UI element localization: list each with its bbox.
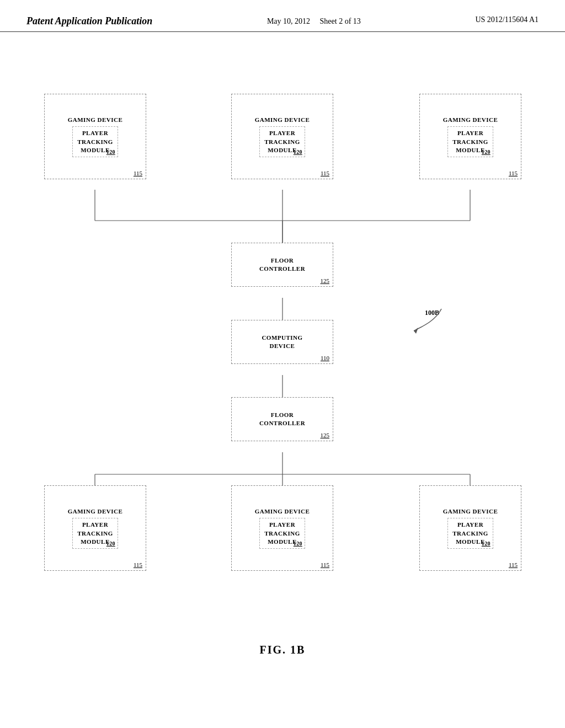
gaming-device-top-left: GAMING DEVICE PLAYERTRACKINGMODULE 120 1… bbox=[44, 94, 146, 179]
gd-top-right-number: 115 bbox=[509, 170, 518, 176]
gaming-device-bottom-center: GAMING DEVICE PLAYERTRACKINGMODULE 120 1… bbox=[231, 485, 333, 571]
fc-top-number: 125 bbox=[321, 277, 330, 284]
ptm-bottom-right: PLAYERTRACKINGMODULE 120 bbox=[447, 518, 493, 549]
ptm-bottom-center-number: 120 bbox=[294, 540, 302, 547]
ptm-top-right-number: 120 bbox=[482, 148, 491, 156]
patent-number: US 2012/115604 A1 bbox=[475, 15, 539, 24]
ptm-top-left: PLAYERTRACKINGMODULE 120 bbox=[72, 126, 118, 157]
ptm-bottom-left: PLAYERTRACKINGMODULE 120 bbox=[72, 518, 118, 549]
ptm-bottom-left-number: 120 bbox=[106, 540, 115, 547]
header-center: May 10, 2012 Sheet 2 of 13 bbox=[267, 15, 361, 27]
ptm-top-center: PLAYERTRACKINGMODULE 120 bbox=[259, 126, 305, 157]
diagram-area: GAMING DEVICE PLAYERTRACKINGMODULE 120 1… bbox=[33, 88, 532, 673]
ptm-top-right: PLAYERTRACKINGMODULE 120 bbox=[447, 126, 493, 157]
computing-device: COMPUTINGDEVICE 110 bbox=[231, 320, 333, 364]
ptm-bottom-right-number: 120 bbox=[482, 540, 491, 547]
gd-bottom-right-number: 115 bbox=[509, 561, 518, 568]
gd-top-center-label: GAMING DEVICE bbox=[255, 116, 310, 124]
ptm-bottom-center: PLAYERTRACKINGMODULE 120 bbox=[259, 518, 305, 549]
system-arrow bbox=[408, 303, 452, 336]
svg-marker-14 bbox=[414, 328, 418, 334]
gaming-device-top-center: GAMING DEVICE PLAYERTRACKINGMODULE 120 1… bbox=[231, 94, 333, 179]
gaming-device-top-right: GAMING DEVICE PLAYERTRACKINGMODULE 120 1… bbox=[419, 94, 521, 179]
floor-controller-top: FLOORCONTROLLER 125 bbox=[231, 243, 333, 287]
gaming-device-bottom-right: GAMING DEVICE PLAYERTRACKINGMODULE 120 1… bbox=[419, 485, 521, 571]
ptm-top-left-number: 120 bbox=[106, 148, 115, 156]
gd-top-left-label: GAMING DEVICE bbox=[68, 116, 123, 124]
gd-bottom-center-label: GAMING DEVICE bbox=[255, 507, 310, 516]
gaming-device-bottom-left: GAMING DEVICE PLAYERTRACKINGMODULE 120 1… bbox=[44, 485, 146, 571]
floor-controller-bottom: FLOORCONTROLLER 125 bbox=[231, 397, 333, 441]
gd-bottom-right-label: GAMING DEVICE bbox=[443, 507, 498, 516]
ptm-top-center-number: 120 bbox=[294, 148, 302, 156]
cd-number: 110 bbox=[321, 355, 329, 361]
publication-title: Patent Application Publication bbox=[26, 15, 152, 27]
fc-bottom-number: 125 bbox=[321, 432, 330, 438]
date-sheet: May 10, 2012 Sheet 2 of 13 bbox=[267, 17, 361, 25]
gd-top-center-number: 115 bbox=[321, 170, 329, 176]
gd-top-right-label: GAMING DEVICE bbox=[443, 116, 498, 124]
page-header: Patent Application Publication May 10, 2… bbox=[0, 0, 565, 32]
gd-bottom-center-number: 115 bbox=[321, 561, 329, 568]
gd-bottom-left-number: 115 bbox=[134, 561, 142, 568]
gd-bottom-left-label: GAMING DEVICE bbox=[68, 507, 123, 516]
gd-top-left-number: 115 bbox=[134, 170, 142, 176]
figure-label: FIG. 1B bbox=[260, 644, 306, 656]
